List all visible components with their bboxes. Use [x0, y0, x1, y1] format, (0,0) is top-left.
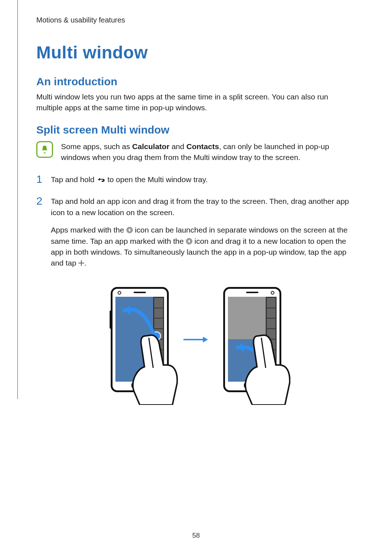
step-2: 2 Tap and hold an app icon and drag it f… [36, 196, 356, 269]
page-title: Multi window [36, 42, 356, 62]
manual-page: Motions & usability features Multi windo… [0, 0, 392, 554]
note-app-contacts: Contacts [187, 142, 219, 151]
multi-instance-icon [186, 238, 192, 245]
intro-body: Multi window lets you run two apps at th… [36, 91, 356, 114]
step-2-extra-post: . [84, 259, 86, 267]
note-text: Some apps, such as Calculator and Contac… [61, 141, 356, 163]
note-row: Some apps, such as Calculator and Contac… [36, 141, 356, 163]
touch-point-icon [264, 362, 274, 372]
drag-arrow-icon [233, 337, 269, 373]
note-text-pre: Some apps, such as [61, 142, 132, 151]
touch-point-icon [152, 331, 161, 341]
step-2-line1: Tap and hold an app icon and drag it fro… [51, 197, 349, 216]
back-key-icon [97, 175, 105, 181]
step-1-pre: Tap and hold [51, 175, 97, 184]
margin-rule [17, 0, 18, 399]
note-bell-icon [36, 141, 53, 158]
multi-instance-icon [126, 227, 133, 233]
note-text-mid: and [170, 142, 187, 151]
step-1: 1 Tap and hold to open the Multi window … [36, 174, 356, 185]
step-2-extra: Apps marked with the icon can be launche… [51, 225, 356, 269]
step-number-1: 1 [36, 171, 42, 187]
step-number-2: 2 [36, 193, 42, 209]
note-app-calculator: Calculator [132, 142, 170, 151]
page-number: 58 [0, 532, 392, 539]
step-2-extra-pre: Apps marked with the [51, 226, 126, 234]
section-heading-split: Split screen Multi window [36, 124, 356, 136]
drag-arrow-icon [118, 300, 158, 340]
step-1-post: to open the Multi window tray. [105, 175, 208, 184]
plus-icon [78, 260, 84, 266]
sequence-arrow-icon [183, 336, 209, 343]
steps-list: 1 Tap and hold to open the Multi window … [36, 174, 356, 269]
running-head: Motions & usability features [36, 16, 356, 24]
illustration-phone-drag-from-tray [111, 287, 169, 392]
illustration-phone-split-result [223, 287, 281, 392]
section-heading-intro: An introduction [36, 75, 356, 88]
illustration-row [36, 280, 356, 399]
